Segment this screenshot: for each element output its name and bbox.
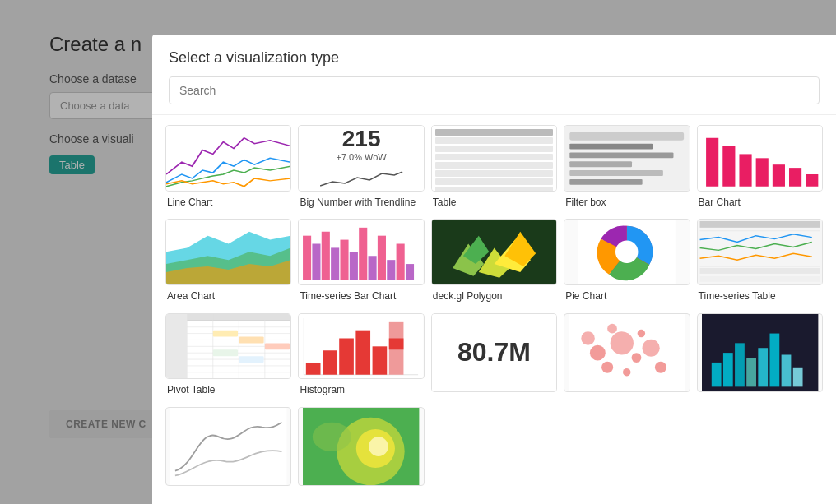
chart-item-filter-box[interactable]: Filter box bbox=[564, 125, 690, 212]
chart-thumb-ts-bar bbox=[298, 219, 424, 285]
svg-rect-46 bbox=[699, 268, 820, 274]
chart-thumb-scatter bbox=[564, 313, 690, 392]
svg-rect-30 bbox=[388, 260, 396, 280]
chart-item-ts-table[interactable]: Time-series Table bbox=[697, 219, 823, 306]
svg-rect-91 bbox=[711, 362, 721, 386]
svg-rect-63 bbox=[166, 314, 187, 379]
svg-rect-14 bbox=[789, 168, 801, 187]
chart-label-area-chart: Area Chart bbox=[165, 290, 291, 307]
big-num-trend-preview: +7.0% WoW bbox=[336, 152, 386, 162]
svg-rect-24 bbox=[332, 248, 340, 280]
svg-point-82 bbox=[601, 361, 613, 372]
svg-point-83 bbox=[632, 353, 642, 363]
svg-rect-32 bbox=[406, 264, 414, 280]
svg-rect-99 bbox=[170, 408, 286, 485]
modal-header: Select a visualization type bbox=[152, 35, 836, 115]
chart-thumb-heatmap bbox=[298, 407, 424, 486]
svg-point-88 bbox=[638, 329, 645, 336]
chart-label-line-chart: Line Chart bbox=[165, 197, 291, 213]
svg-rect-5 bbox=[569, 161, 632, 167]
chart-item-histogram[interactable]: Histogram bbox=[298, 313, 424, 400]
chart-item-ts-bar[interactable]: Time-series Bar Chart bbox=[298, 219, 424, 306]
chart-item-big-number-2[interactable]: 80.7M bbox=[431, 313, 557, 400]
svg-rect-98 bbox=[792, 367, 802, 386]
chart-label-ts-bar: Time-series Bar Chart bbox=[298, 290, 424, 307]
chart-item-pivot-table[interactable]: Pivot Table bbox=[165, 313, 291, 400]
svg-rect-22 bbox=[313, 244, 321, 280]
chart-label-deck-polygon: deck.gl Polygon bbox=[431, 290, 557, 307]
svg-rect-92 bbox=[723, 353, 733, 386]
chart-thumb-pivot-table bbox=[165, 313, 291, 380]
svg-rect-23 bbox=[322, 232, 330, 280]
svg-rect-75 bbox=[356, 330, 371, 374]
svg-rect-78 bbox=[389, 338, 404, 349]
chart-thumb-big-number-2: 80.7M bbox=[431, 313, 557, 392]
svg-rect-13 bbox=[772, 164, 784, 187]
chart-label-histogram: Histogram bbox=[298, 384, 424, 400]
chart-item-line-chart[interactable]: Line Chart bbox=[165, 125, 291, 212]
chart-item-scatter[interactable] bbox=[564, 313, 690, 400]
chart-label-big-number-2 bbox=[431, 397, 557, 400]
svg-point-89 bbox=[607, 323, 617, 333]
svg-rect-4 bbox=[569, 152, 673, 158]
svg-point-104 bbox=[313, 422, 351, 451]
svg-rect-67 bbox=[213, 349, 238, 356]
svg-rect-72 bbox=[306, 362, 321, 374]
svg-point-80 bbox=[590, 344, 606, 360]
chart-label-big-number: Big Number with Trendline bbox=[298, 197, 424, 213]
svg-point-85 bbox=[623, 368, 630, 375]
chart-thumb-area-chart bbox=[165, 219, 291, 285]
svg-rect-28 bbox=[369, 256, 377, 280]
svg-rect-29 bbox=[378, 236, 386, 280]
svg-rect-96 bbox=[769, 333, 779, 386]
svg-rect-12 bbox=[755, 158, 768, 186]
chart-item-heatmap[interactable] bbox=[298, 407, 424, 494]
svg-point-86 bbox=[582, 331, 595, 344]
svg-rect-47 bbox=[699, 276, 820, 282]
chart-label-heatmap bbox=[298, 491, 424, 494]
chart-item-3d-bar[interactable] bbox=[697, 313, 823, 400]
svg-point-84 bbox=[643, 339, 660, 356]
svg-rect-76 bbox=[373, 346, 388, 374]
chart-item-deck-polygon[interactable]: deck.gl Polygon bbox=[431, 219, 557, 306]
chart-item-bar-chart[interactable]: Bar Chart bbox=[697, 125, 823, 212]
svg-rect-7 bbox=[569, 179, 642, 185]
chart-label-ts-table: Time-series Table bbox=[697, 290, 823, 307]
chart-item-area-chart[interactable]: Area Chart bbox=[165, 219, 291, 306]
chart-thumb-table bbox=[431, 125, 557, 192]
chart-item-smooth-line[interactable] bbox=[165, 407, 291, 494]
svg-point-87 bbox=[655, 361, 666, 372]
modal-title: Select a visualization type bbox=[169, 49, 820, 67]
svg-rect-10 bbox=[722, 146, 735, 187]
search-input[interactable] bbox=[169, 76, 820, 104]
svg-point-81 bbox=[611, 331, 634, 354]
chart-label-bar-chart: Bar Chart bbox=[697, 197, 823, 213]
chart-label-pie-chart: Pie Chart bbox=[564, 290, 690, 307]
chart-thumb-filter-box bbox=[564, 125, 690, 192]
svg-rect-94 bbox=[746, 358, 756, 386]
big-num-preview: 215 bbox=[342, 126, 381, 152]
svg-rect-65 bbox=[239, 336, 263, 343]
svg-rect-73 bbox=[323, 350, 337, 374]
chart-thumb-3d-bar bbox=[697, 313, 823, 392]
svg-rect-9 bbox=[706, 138, 718, 187]
svg-rect-6 bbox=[569, 170, 663, 176]
svg-rect-68 bbox=[239, 356, 263, 363]
svg-rect-74 bbox=[340, 338, 355, 374]
chart-label-filter-box: Filter box bbox=[564, 197, 690, 213]
svg-point-41 bbox=[615, 241, 639, 264]
svg-rect-97 bbox=[781, 354, 791, 386]
chart-label-smooth-line bbox=[165, 491, 291, 494]
svg-rect-27 bbox=[360, 228, 368, 280]
chart-thumb-big-number: 215 +7.0% WoW bbox=[298, 125, 424, 192]
chart-item-big-number[interactable]: 215 +7.0% WoW Big Number with Trendline bbox=[298, 125, 424, 212]
modal-overlay: Select a visualization type Line Chart bbox=[0, 0, 836, 504]
svg-rect-31 bbox=[397, 244, 405, 280]
svg-rect-11 bbox=[739, 154, 751, 186]
chart-item-table[interactable]: Table bbox=[431, 125, 557, 212]
visualization-picker-modal: Select a visualization type Line Chart bbox=[152, 35, 836, 504]
chart-item-pie-chart[interactable]: Pie Chart bbox=[564, 219, 690, 306]
chart-label-pivot-table: Pivot Table bbox=[165, 384, 291, 400]
charts-grid: Line Chart 215 +7.0% WoW Big Number with… bbox=[152, 115, 836, 504]
svg-rect-42 bbox=[698, 220, 822, 284]
